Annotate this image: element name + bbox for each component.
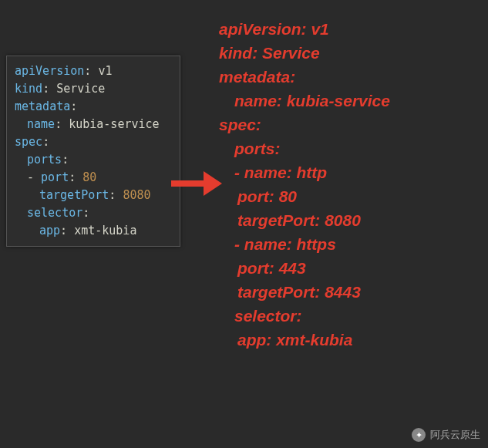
code-line: apiVersion: v1 — [15, 62, 172, 80]
yaml-value: 8080 — [123, 188, 150, 202]
yaml-value: kubia-service — [69, 117, 159, 131]
code-line: metadata: — [15, 98, 172, 116]
yaml-key: spec — [15, 135, 42, 149]
code-line: targetPort: 8080 — [219, 208, 390, 232]
yaml-key: kind — [15, 82, 42, 96]
code-line: name: kubia-service — [219, 89, 390, 113]
code-line: apiVersion: v1 — [219, 17, 390, 41]
yaml-key: port — [41, 170, 69, 184]
code-line: kind: Service — [15, 80, 172, 98]
yaml-key: metadata — [15, 99, 70, 113]
code-line: spec: — [219, 113, 390, 136]
yaml-key: ports — [27, 153, 62, 167]
yaml-value: v1 — [98, 64, 112, 78]
yaml-key: selector — [27, 206, 82, 220]
code-line: name: kubia-service — [15, 116, 172, 133]
code-line: - name: https — [219, 232, 390, 256]
code-line: spec: — [15, 133, 172, 151]
code-line: app: xmt-kubia — [219, 328, 390, 352]
yaml-key: apiVersion — [15, 64, 84, 78]
code-line: - port: 80 — [15, 169, 172, 187]
code-line: app: xmt-kubia — [15, 222, 172, 240]
code-line: - name: http — [219, 160, 390, 184]
code-line: ports: — [219, 136, 390, 160]
yaml-key: targetPort — [39, 188, 109, 202]
code-line: kind: Service — [219, 41, 390, 65]
watermark: ✦ 阿兵云原生 — [412, 428, 480, 442]
code-line: targetPort: 8443 — [219, 280, 390, 304]
yaml-value: xmt-kubia — [74, 224, 136, 237]
code-line: port: 443 — [219, 256, 390, 280]
code-line: port: 80 — [219, 184, 390, 208]
left-yaml-block: apiVersion: v1 kind: Service metadata: n… — [6, 56, 180, 247]
code-line: selector: — [15, 204, 172, 222]
watermark-text: 阿兵云原生 — [430, 428, 480, 442]
yaml-key: app — [39, 224, 60, 237]
code-line: metadata: — [219, 65, 390, 89]
code-line: ports: — [15, 151, 172, 169]
right-yaml-block: apiVersion: v1 kind: Service metadata: n… — [219, 17, 390, 352]
wechat-icon: ✦ — [412, 428, 426, 442]
yaml-key: name — [27, 117, 55, 131]
code-line: selector: — [219, 304, 390, 328]
code-line: targetPort: 8080 — [15, 187, 172, 204]
arrow-icon — [171, 168, 222, 199]
yaml-value: Service — [56, 82, 105, 96]
yaml-value: 80 — [82, 170, 96, 184]
